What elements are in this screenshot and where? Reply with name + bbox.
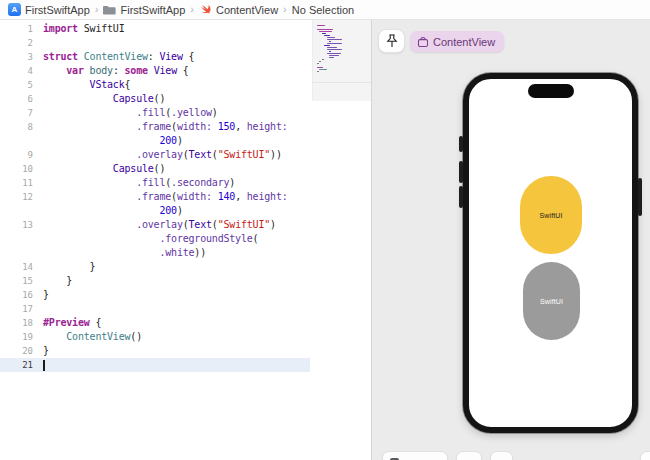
code-row[interactable]: 12 .frame(width: 140, height: xyxy=(0,190,310,204)
text-caret xyxy=(43,360,45,371)
editor-canvas-divider[interactable] xyxy=(371,20,372,460)
minimap[interactable] xyxy=(312,20,371,101)
minimap-line xyxy=(322,59,324,60)
volume-button xyxy=(459,161,463,183)
code-rows[interactable]: 1import SwiftUI23struct ContentView: Vie… xyxy=(0,22,310,372)
minimap-line xyxy=(317,71,319,72)
minimap-line xyxy=(329,57,334,58)
device-settings-button[interactable] xyxy=(382,451,448,460)
folder-icon xyxy=(103,4,116,15)
code-row[interactable]: 21 xyxy=(0,358,310,372)
code-row[interactable]: .white)) xyxy=(0,246,310,260)
breadcrumb-group[interactable]: FirstSwiftApp xyxy=(103,4,185,16)
code-row[interactable]: 19 ContentView() xyxy=(0,330,310,344)
swift-file-icon xyxy=(199,3,212,16)
code-row[interactable]: 20} xyxy=(0,344,310,358)
canvas-zoom-button[interactable] xyxy=(640,451,650,460)
chevron-right-icon: › xyxy=(283,3,287,15)
volume-button xyxy=(459,136,463,152)
code-row[interactable]: 14 } xyxy=(0,260,310,274)
breadcrumb-project-label: FirstSwiftApp xyxy=(25,4,90,16)
code-row[interactable]: 5 VStack{ xyxy=(0,78,310,92)
preview-canvas: ContentView SwiftUI SwiftUI xyxy=(372,20,650,460)
code-row[interactable]: 8 .frame(width: 150, height: xyxy=(0,120,310,134)
minimap-line xyxy=(317,25,325,26)
yellow-capsule: SwiftUI xyxy=(520,176,582,254)
breadcrumb-project[interactable]: A FirstSwiftApp xyxy=(8,3,90,16)
code-row[interactable]: 2 xyxy=(0,36,310,50)
code-row[interactable]: 18#Preview { xyxy=(0,316,310,330)
breadcrumb-file-label: ContentView xyxy=(216,4,278,16)
power-button xyxy=(638,178,642,216)
preview-tab-label: ContentView xyxy=(433,36,495,48)
canvas-control-button[interactable] xyxy=(490,451,513,460)
minimap-line xyxy=(319,61,321,62)
code-row[interactable]: 11 .fill(.secondary) xyxy=(0,176,310,190)
chevron-right-icon: › xyxy=(95,3,99,15)
minimap-line xyxy=(319,69,327,70)
breadcrumb-file[interactable]: ContentView xyxy=(199,3,278,16)
code-row[interactable]: 16} xyxy=(0,288,310,302)
code-row[interactable]: 10 Capsule() xyxy=(0,162,310,176)
code-row[interactable]: .foregroundStyle( xyxy=(0,232,310,246)
code-row[interactable]: 13 .overlay(Text("SwiftUI") xyxy=(0,218,310,232)
code-row[interactable]: 1import SwiftUI xyxy=(0,22,310,36)
breadcrumb-selection[interactable]: No Selection xyxy=(292,4,354,16)
preview-tab-contentview[interactable]: ContentView xyxy=(410,31,504,52)
source-editor[interactable]: 1import SwiftUI23struct ContentView: Vie… xyxy=(0,20,372,460)
code-row[interactable]: 17 xyxy=(0,302,310,316)
code-row[interactable]: 200) xyxy=(0,134,310,148)
code-row[interactable]: 4 var body: some View { xyxy=(0,64,310,78)
code-row[interactable]: 3struct ContentView: View { xyxy=(0,50,310,64)
dynamic-island xyxy=(528,84,574,98)
breadcrumb-selection-label: No Selection xyxy=(292,4,354,16)
app-project-icon: A xyxy=(8,3,21,16)
canvas-control-button[interactable] xyxy=(456,451,482,460)
code-row[interactable]: 6 Capsule() xyxy=(0,92,310,106)
code-row[interactable]: 7 .fill(.yellow) xyxy=(0,106,310,120)
code-row[interactable]: 9 .overlay(Text("SwiftUI")) xyxy=(0,148,310,162)
code-row[interactable]: 200) xyxy=(0,204,310,218)
code-row[interactable]: 15 } xyxy=(0,274,310,288)
gray-capsule: SwiftUI xyxy=(523,262,580,340)
volume-button xyxy=(459,186,463,208)
jump-bar: A FirstSwiftApp › FirstSwiftApp › Conten… xyxy=(0,0,650,20)
pin-preview-button[interactable] xyxy=(378,29,405,53)
iphone-preview-frame: SwiftUI SwiftUI xyxy=(463,73,638,433)
pin-icon xyxy=(386,34,398,49)
chevron-right-icon: › xyxy=(190,3,194,15)
app-bag-icon xyxy=(417,36,429,48)
breadcrumb-group-label: FirstSwiftApp xyxy=(120,4,185,16)
minimap-line xyxy=(317,63,319,64)
